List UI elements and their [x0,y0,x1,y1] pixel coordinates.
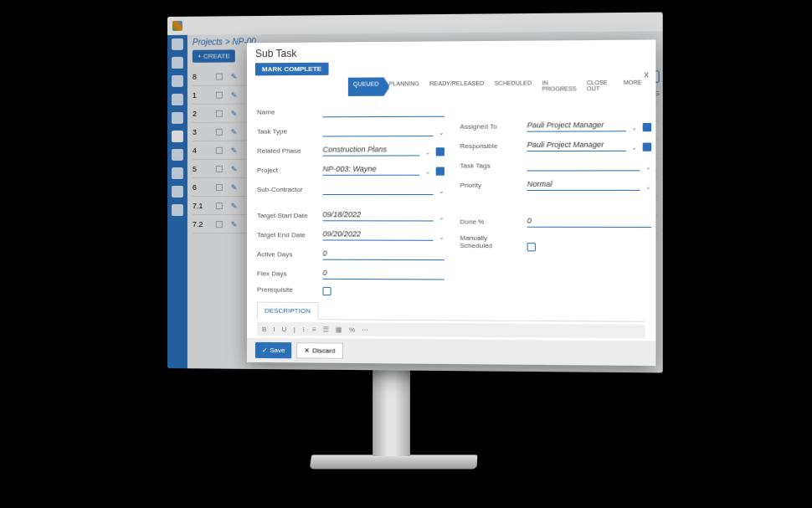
external-link-icon[interactable] [436,147,445,156]
discard-button[interactable]: ✕ Discard [297,342,343,359]
responsible-select[interactable] [527,138,626,151]
responsible-label: Responsible [460,142,522,151]
sidebar-flask-icon[interactable] [172,131,183,142]
active-label: Active Days [257,250,318,259]
end-label: Target End Date [257,231,318,240]
phase-label: Related Phase [257,147,318,157]
subtask-modal: Sub Task MARK COMPLETE x QUEUEDPLANNINGR… [247,39,656,366]
stage-in-progress[interactable]: IN PROGRESS [537,76,582,95]
italic-icon[interactable]: I [273,325,275,332]
monitor-neck [373,364,410,456]
phase-select[interactable] [322,143,419,156]
app-logo-icon [172,21,182,31]
modal-footer: ✓ Save ✕ Discard [247,338,656,366]
sidebar-calendar-icon[interactable] [172,149,183,161]
assigned-select[interactable] [527,119,626,132]
sidebar-chart-icon[interactable] [172,38,183,50]
tasktype-label: Task Type [257,127,318,136]
chevron-down-icon[interactable]: ⌄ [424,168,430,176]
chevron-down-icon[interactable]: ⌄ [631,144,637,151]
stage-scheduled[interactable]: SCHEDULED [489,76,537,95]
tags-label: Task Tags [460,162,522,171]
priority-label: Priority [460,182,522,191]
flex-days-input[interactable] [322,267,444,280]
rte-toolbar[interactable]: B I U |⫶≡☰▦%⋯ [257,322,645,339]
sidebar-user-icon[interactable] [172,94,183,105]
chevron-down-icon[interactable]: ⌄ [631,124,637,131]
external-link-icon[interactable] [643,143,651,151]
name-input[interactable] [322,104,444,117]
stage-queued[interactable]: QUEUED [348,77,384,95]
stage-bar: QUEUEDPLANNINGREADY/RELEASEDSCHEDULEDIN … [348,76,647,96]
sidebar-home-icon[interactable] [172,186,183,198]
left-column: Name Task Type⌄ Related Phase⌄ Project⌄ … [257,104,445,295]
done-pct-input[interactable] [527,214,652,228]
sidebar-money-icon[interactable] [172,112,183,124]
manual-checkbox[interactable] [527,243,536,251]
right-column: Assigned To⌄ Responsible⌄ Task Tags⌄ Pri… [460,103,651,296]
sidebar-list-icon[interactable] [172,167,183,179]
external-link-icon[interactable] [643,123,651,131]
subcon-select[interactable] [322,182,433,195]
mark-complete-button[interactable]: MARK COMPLETE [255,63,328,76]
assigned-label: Assigned To [460,122,522,131]
priority-select[interactable] [527,178,640,191]
chevron-down-icon[interactable]: ⌄ [439,187,445,195]
underline-icon[interactable]: U [282,325,287,332]
subcon-label: Sub-Contractor [257,186,318,195]
stage-close-out[interactable]: CLOSE OUT [582,76,619,95]
sidebar-globe-icon[interactable] [172,204,183,216]
active-days-input[interactable] [322,248,444,261]
tab-description[interactable]: DESCRIPTION [257,302,318,321]
bold-icon[interactable]: B [262,325,266,332]
project-label: Project [257,167,318,176]
monitor-base [310,455,478,470]
prereq-label: Prerequisite [257,286,318,295]
modal-title: Sub Task [255,45,647,60]
external-link-icon[interactable] [436,167,445,176]
sidebar-mail-icon[interactable] [172,75,183,87]
stage-ready-released[interactable]: READY/RELEASED [424,77,489,96]
chevron-down-icon[interactable]: ⌄ [424,148,430,156]
monitor-screen: Projects > NP-00... + CREATE 7 / 57 ‹ › … [167,13,663,373]
save-button[interactable]: ✓ Save [255,342,292,358]
tags-select[interactable] [527,158,640,172]
name-label: Name [257,108,318,117]
start-label: Target Start Date [257,212,318,221]
sidebar-magic-icon[interactable] [172,57,183,69]
stage-planning[interactable]: PLANNING [383,77,424,96]
done-label: Done % [460,218,522,227]
start-date-input[interactable] [322,208,433,221]
chevron-down-icon[interactable]: ⌄ [645,163,651,171]
stage-more[interactable]: MORE [619,76,647,95]
chevron-down-icon[interactable]: ⌄ [439,233,445,241]
left-sidebar [167,35,188,368]
project-select[interactable] [322,163,419,176]
end-date-input[interactable] [322,228,433,240]
manual-label: Manually Scheduled [460,234,522,252]
tasktype-select[interactable] [322,124,433,137]
chevron-down-icon[interactable]: ⌄ [439,213,445,221]
create-button[interactable]: + CREATE [193,49,235,62]
chevron-down-icon[interactable]: ⌄ [645,183,651,191]
chevron-down-icon[interactable]: ⌄ [439,129,445,136]
prerequisite-checkbox[interactable] [322,287,331,295]
flex-label: Flex Days [257,269,318,279]
